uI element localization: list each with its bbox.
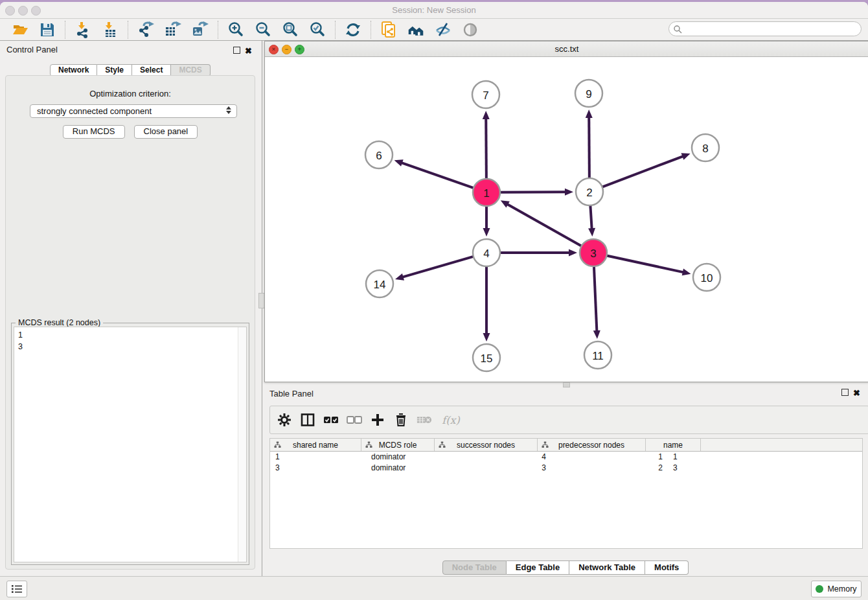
zoom-selected-glyph	[309, 21, 326, 38]
node-table: shared name MCDS role successor nodes	[269, 438, 863, 549]
search-icon	[673, 25, 682, 34]
refresh-icon[interactable]	[345, 21, 361, 38]
zoom-in-icon[interactable]	[227, 21, 244, 38]
memory-button[interactable]: Memory	[811, 581, 862, 597]
result-scrollbar[interactable]	[238, 327, 246, 562]
zoom-in-glyph	[227, 21, 244, 38]
table-panel-title: Table Panel	[269, 389, 314, 398]
svg-text:10: 10	[701, 272, 713, 284]
network-canvas[interactable]: 7968124314101511	[265, 57, 868, 382]
trash-icon[interactable]	[393, 412, 409, 428]
criterion-dropdown[interactable]: strongly connected component	[30, 104, 237, 118]
search-input[interactable]	[682, 24, 861, 34]
clone-network-icon[interactable]	[380, 21, 397, 38]
select-all-glyph	[323, 415, 339, 424]
close-panel-button[interactable]: Close panel	[134, 125, 198, 139]
column-header-successor-nodes[interactable]: successor nodes	[435, 439, 538, 451]
cell-shared-name: 3	[270, 463, 366, 474]
horizontal-splitter-handle[interactable]	[563, 382, 570, 387]
save-icon[interactable]	[39, 21, 56, 38]
cell-predecessor-nodes: 2	[555, 463, 668, 474]
vertical-splitter[interactable]	[262, 40, 262, 577]
import-table-glyph	[102, 21, 119, 38]
column-header-predecessor-nodes[interactable]: predecessor nodes	[538, 439, 646, 451]
tab-node-table[interactable]: Node Table	[442, 560, 507, 575]
mcds-result-text: 1 3	[18, 329, 23, 352]
folder-open-icon[interactable]	[12, 21, 29, 38]
cell-name: 3	[668, 463, 727, 474]
eye-icon[interactable]	[462, 21, 479, 38]
close-icon: ✖	[853, 388, 860, 398]
select-all-icon[interactable]	[323, 412, 339, 428]
export-network-icon[interactable]	[137, 21, 154, 38]
task-history-button[interactable]	[6, 581, 27, 597]
export-image-icon[interactable]	[192, 21, 209, 38]
toolbar-separator	[335, 21, 336, 39]
zoom-fit-icon[interactable]	[282, 21, 299, 38]
main-toolbar	[0, 19, 868, 41]
zoom-selected-icon[interactable]	[309, 21, 326, 38]
memory-label: Memory	[827, 584, 856, 594]
column-header-shared-name[interactable]: shared name	[270, 439, 361, 451]
table-panel-close-button[interactable]: ✖	[853, 389, 861, 397]
columns-icon[interactable]	[300, 412, 315, 428]
eye-slash-icon[interactable]	[435, 21, 451, 38]
delete-column-icon[interactable]	[417, 412, 432, 428]
add-glyph	[371, 413, 385, 427]
control-panel-close-button[interactable]: ✖	[245, 47, 253, 54]
control-panel-float-button[interactable]	[233, 47, 241, 54]
tree-icon	[365, 441, 372, 448]
close-icon: ✖	[245, 46, 252, 56]
tab-network-table[interactable]: Network Table	[569, 560, 645, 575]
add-icon[interactable]	[370, 412, 385, 428]
control-panel-title: Control Panel	[6, 45, 58, 54]
svg-text:1: 1	[483, 187, 489, 200]
toolbar-separator	[371, 21, 371, 39]
cell-successor-nodes: 4	[444, 452, 555, 463]
column-label: MCDS role	[379, 441, 417, 450]
table-row[interactable]: 1 dominator 4 1 1	[270, 452, 862, 463]
float-icon	[841, 389, 849, 396]
zoom-out-icon[interactable]	[255, 21, 271, 38]
svg-text:6: 6	[376, 150, 382, 162]
deselect-all-icon[interactable]	[347, 412, 362, 428]
zoom-out-glyph	[255, 21, 271, 38]
export-table-icon[interactable]	[165, 21, 181, 38]
tree-icon	[542, 441, 549, 448]
svg-text:9: 9	[586, 88, 591, 100]
toolbar-separator	[65, 21, 65, 39]
column-label: shared name	[293, 441, 338, 450]
tab-edge-table[interactable]: Edge Table	[507, 560, 569, 575]
gear-icon[interactable]	[277, 412, 292, 428]
import-table-icon[interactable]	[102, 21, 119, 38]
cell-successor-nodes: 3	[444, 463, 555, 474]
network-title: scc.txt	[265, 44, 868, 54]
status-bar: Memory	[0, 576, 868, 600]
svg-text:2: 2	[586, 187, 592, 199]
mcds-result-area[interactable]: 1 3	[14, 327, 247, 562]
function-icon[interactable]: f(x)	[440, 412, 462, 428]
cell-mcds-role: dominator	[366, 463, 444, 474]
table-panel-float-button[interactable]	[841, 389, 849, 397]
houses-icon[interactable]	[407, 21, 424, 38]
tab-motifs[interactable]: Motifs	[645, 560, 689, 575]
import-network-icon[interactable]	[74, 21, 91, 38]
mcds-panel: Optimization criterion: strongly connect…	[5, 75, 255, 570]
column-header-mcds-role[interactable]: MCDS role	[361, 439, 435, 451]
search-field[interactable]	[668, 21, 862, 36]
column-header-name[interactable]: name	[646, 439, 701, 451]
table-row[interactable]: 3 dominator 3 2 3	[270, 463, 862, 474]
list-icon	[12, 584, 22, 594]
network-graph[interactable]: 7968124314101511	[265, 57, 867, 381]
clone-network-glyph	[380, 21, 397, 38]
import-network-glyph	[74, 21, 91, 38]
trash-glyph	[394, 413, 408, 427]
export-network-glyph	[137, 21, 154, 38]
table-panel-tabs: Node Table Edge Table Network Table Moti…	[269, 560, 862, 575]
optimization-criterion-label: Optimization criterion:	[6, 89, 255, 98]
memory-status-dot	[816, 585, 823, 593]
folder-open-glyph	[12, 21, 29, 38]
eye-glyph	[462, 21, 479, 38]
table-toolbar: f(x)	[269, 406, 868, 434]
run-mcds-button[interactable]: Run MCDS	[63, 125, 125, 139]
